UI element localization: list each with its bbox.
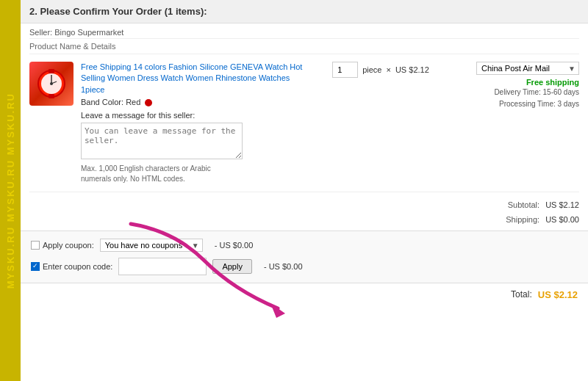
delivery-time-value: 15-60 days <box>543 88 579 96</box>
times-symbol: × <box>386 65 390 74</box>
page-header: 2. Please Confirm Your Order (1 items): <box>21 0 588 23</box>
message-label: Leave a message for this seller: <box>81 111 315 120</box>
enter-coupon-label: Enter coupon code: <box>31 262 112 271</box>
coupon-code-input[interactable] <box>118 258 207 275</box>
product-details: Free Shipping 14 colors Fashion Silicone… <box>81 62 315 184</box>
processing-time-value: 3 days <box>558 100 579 108</box>
apply-coupon-label: Apply coupon: <box>31 241 94 250</box>
page-title: 2. Please Confirm Your Order (1 items): <box>29 6 207 17</box>
product-row: Free Shipping 14 colors Fashion Silicone… <box>29 54 579 192</box>
shipping-select-wrapper: China Post Air Mail ▼ <box>476 62 579 75</box>
svg-point-6 <box>50 82 53 85</box>
watermark-text: MYSKU.RU MYSKU.RU MYSKU.RU <box>5 92 16 289</box>
processing-time-label: Processing Time: <box>499 100 556 108</box>
totals-labels: Subtotal: Shipping: <box>506 198 539 228</box>
order-section: Seller: Bingo Supermarket Product Name &… <box>21 23 588 192</box>
coupon-select-wrapper: You have no coupons ▼ <box>100 239 203 252</box>
seller-label: Seller: <box>29 28 52 37</box>
qty-price-row: piece × US $2.12 <box>332 62 429 78</box>
apply-coupon-row: Apply coupon: You have no coupons ▼ - US… <box>31 239 578 252</box>
delivery-time-label: Delivery Time: <box>494 88 540 96</box>
shipping-area: China Post Air Mail ▼ Free shipping Deli… <box>447 62 579 110</box>
subtotal-value: US $2.12 <box>545 198 579 213</box>
seller-message-input[interactable] <box>81 123 243 159</box>
delivery-info: Delivery Time: 15-60 days Processing Tim… <box>447 87 579 110</box>
quantity-input[interactable] <box>332 62 358 78</box>
enter-coupon-discount-value: - US $0.00 <box>264 262 303 271</box>
main-content: 2. Please Confirm Your Order (1 items): … <box>21 0 588 381</box>
apply-coupon-text: Apply coupon: <box>43 241 94 250</box>
shipping-method-select[interactable]: China Post Air Mail <box>476 62 579 75</box>
shipping-value: US $0.00 <box>545 213 579 228</box>
svg-rect-3 <box>49 94 54 98</box>
band-color: Band Color: Red <box>81 98 315 106</box>
coupon-section: Apply coupon: You have no coupons ▼ - US… <box>21 231 588 283</box>
product-image <box>29 62 74 106</box>
subtotal-label: Subtotal: <box>506 198 539 213</box>
product-thumbnail <box>29 62 74 106</box>
apply-button[interactable]: Apply <box>212 259 252 274</box>
seller-name: Bingo Supermarket <box>54 28 123 37</box>
message-hint: Max. 1,000 English characters or Arabic … <box>81 164 243 184</box>
band-color-label: Band Color: <box>81 98 123 106</box>
coupon-discount-value: - US $0.00 <box>215 241 254 250</box>
totals-values: US $2.12 US $0.00 <box>545 198 579 228</box>
product-column-header: Product Name & Details <box>29 42 115 51</box>
column-headers: Product Name & Details <box>29 39 579 54</box>
total-row: Total: US $2.12 <box>21 283 588 305</box>
enter-coupon-row: Enter coupon code: Apply - US $0.00 <box>31 258 578 275</box>
svg-rect-2 <box>49 69 54 73</box>
band-color-value: Red <box>126 98 140 106</box>
apply-coupon-checkbox[interactable] <box>31 241 40 250</box>
total-label: Total: <box>511 289 532 300</box>
watermark: MYSKU.RU MYSKU.RU MYSKU.RU <box>0 0 21 381</box>
product-name: Free Shipping 14 colors Fashion Silicone… <box>81 62 315 95</box>
svg-marker-7 <box>270 303 285 318</box>
coupon-select[interactable]: You have no coupons <box>100 239 203 252</box>
enter-coupon-checkbox[interactable] <box>31 262 40 271</box>
total-value: US $2.12 <box>538 289 578 300</box>
unit-label: piece <box>362 65 381 74</box>
enter-coupon-text: Enter coupon code: <box>43 262 112 271</box>
watch-icon <box>33 65 70 102</box>
quantity-price-area: piece × US $2.12 <box>322 62 440 78</box>
free-shipping-label: Free shipping <box>447 78 579 87</box>
seller-info: Seller: Bingo Supermarket <box>29 23 579 39</box>
shipping-label: Shipping: <box>506 213 539 228</box>
totals-section: Subtotal: Shipping: US $2.12 US $0.00 <box>21 192 588 231</box>
band-color-dot <box>145 99 152 106</box>
unit-price: US $2.12 <box>395 65 429 74</box>
